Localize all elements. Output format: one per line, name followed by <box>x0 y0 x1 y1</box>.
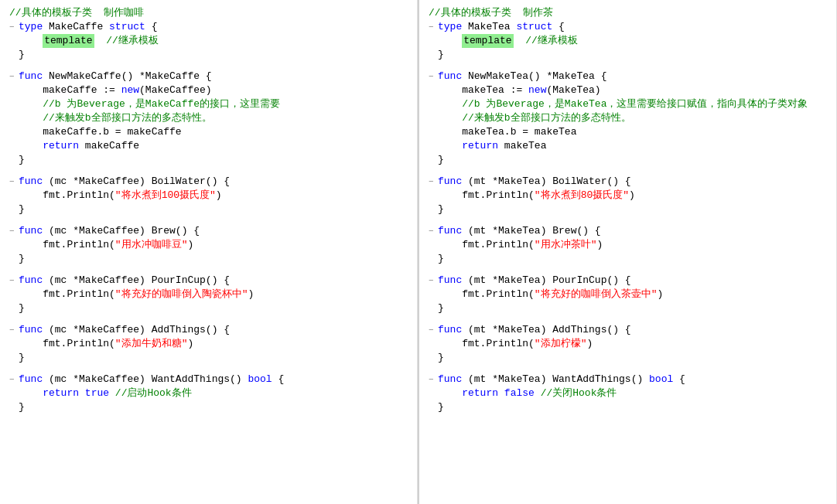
empty-fold <box>429 125 436 139</box>
empty-fold <box>9 288 17 301</box>
blank-line <box>429 62 827 70</box>
indent <box>19 34 43 48</box>
code-line: return makeTea <box>429 139 827 153</box>
code-line: −func (mc *MakeCaffee) PourInCup() { <box>9 274 408 288</box>
indent <box>19 83 43 97</box>
code-line: } <box>9 203 408 216</box>
code-line: −func (mt *MakeTea) PourInCup() { <box>429 274 827 288</box>
fold-icon[interactable]: − <box>9 70 17 83</box>
empty-fold <box>9 189 17 203</box>
code-line: template //继承模板 <box>9 34 408 48</box>
empty-fold <box>9 153 17 167</box>
empty-fold <box>9 48 17 62</box>
code-line: fmt.Println("将水煮到80摄氏度") <box>429 189 827 203</box>
indent <box>438 288 462 301</box>
empty-fold <box>429 83 436 97</box>
empty-fold <box>429 153 436 167</box>
blank-line <box>429 315 827 323</box>
empty-fold <box>429 301 436 315</box>
code-line: −func (mt *MakeTea) WantAddThings() bool… <box>429 373 827 387</box>
indent <box>19 139 43 153</box>
blank-line <box>9 167 408 175</box>
empty-fold <box>429 337 436 351</box>
indent <box>438 139 462 153</box>
code-line: −type MakeTea struct { <box>429 20 827 34</box>
code-line: −type MakeCaffe struct { <box>9 20 408 34</box>
empty-fold <box>429 48 436 62</box>
pane-title: //具体的模板子类 制作茶 <box>429 6 827 20</box>
blank-line <box>429 266 827 274</box>
code-line: return false //关闭Hook条件 <box>429 387 827 400</box>
fold-icon[interactable]: − <box>429 323 436 337</box>
blank-line <box>9 266 408 274</box>
empty-fold <box>9 111 17 125</box>
code-line: fmt.Println("添加柠檬") <box>429 337 827 351</box>
code-line: −func (mt *MakeTea) BoilWater() { <box>429 175 827 189</box>
code-line: −func (mc *MakeCaffee) WantAddThings() b… <box>9 373 408 387</box>
code-line: template //继承模板 <box>429 34 827 48</box>
code-line: fmt.Println("添加牛奶和糖") <box>9 337 408 351</box>
fold-icon[interactable]: − <box>429 70 436 83</box>
empty-fold <box>429 252 436 266</box>
indent <box>19 337 43 351</box>
code-line: } <box>9 400 408 414</box>
indent <box>438 387 462 400</box>
code-line: } <box>9 252 408 266</box>
code-line: } <box>9 351 408 365</box>
empty-fold <box>429 189 436 203</box>
indent <box>19 288 43 301</box>
code-line: //b 为Beverage，是MakeCaffe的接口，这里需要 <box>9 97 408 111</box>
fold-icon[interactable]: − <box>9 323 17 337</box>
code-line: //b 为Beverage，是MakeTea，这里需要给接口赋值，指向具体的子类… <box>429 97 827 111</box>
code-line: } <box>9 301 408 315</box>
fold-icon[interactable]: − <box>9 224 17 238</box>
empty-fold <box>9 125 17 139</box>
empty-fold <box>429 387 436 400</box>
blank-line <box>9 315 408 323</box>
empty-fold <box>9 351 17 365</box>
empty-fold <box>429 203 436 216</box>
fold-icon[interactable]: − <box>9 373 17 387</box>
left-code-pane: //具体的模板子类 制作咖啡−type MakeCaffe struct { t… <box>0 0 418 504</box>
empty-fold <box>429 238 436 252</box>
empty-fold <box>429 139 436 153</box>
code-line: fmt.Println("用水冲茶叶") <box>429 238 827 252</box>
fold-icon[interactable]: − <box>429 373 436 387</box>
fold-icon[interactable]: − <box>9 274 17 288</box>
empty-fold <box>429 351 436 365</box>
fold-icon[interactable]: − <box>9 175 17 189</box>
empty-fold <box>9 203 17 216</box>
indent <box>438 337 462 351</box>
empty-fold <box>9 139 17 153</box>
empty-fold <box>9 97 17 111</box>
empty-fold <box>429 288 436 301</box>
code-line: fmt.Println("将充好的咖啡倒入陶瓷杯中") <box>9 288 408 301</box>
code-line: return true //启动Hook条件 <box>9 387 408 400</box>
blank-line <box>429 216 827 224</box>
code-line: fmt.Println("将充好的咖啡倒入茶壶中") <box>429 288 827 301</box>
fold-icon[interactable]: − <box>429 175 436 189</box>
empty-fold <box>429 111 436 125</box>
code-line: makeTea.b = makeTea <box>429 125 827 139</box>
code-line: } <box>429 301 827 315</box>
indent <box>19 387 43 400</box>
empty-fold <box>9 301 17 315</box>
code-line: } <box>9 153 408 167</box>
fold-icon[interactable]: − <box>429 20 436 34</box>
fold-icon[interactable]: − <box>9 20 17 34</box>
code-line: fmt.Println("用水冲咖啡豆") <box>9 238 408 252</box>
empty-fold <box>9 252 17 266</box>
blank-line <box>429 365 827 373</box>
fold-icon[interactable]: − <box>429 224 436 238</box>
code-line: fmt.Println("将水煮到100摄氏度") <box>9 189 408 203</box>
empty-fold <box>9 337 17 351</box>
empty-fold <box>9 400 17 414</box>
code-line: makeCaffe.b = makeCaffe <box>9 125 408 139</box>
right-code-pane: //具体的模板子类 制作茶−type MakeTea struct { temp… <box>419 0 837 504</box>
fold-icon[interactable]: − <box>429 274 436 288</box>
code-line: −func NewMakeTea() *MakeTea { <box>429 70 827 83</box>
indent <box>438 189 462 203</box>
empty-fold <box>429 400 436 414</box>
empty-fold <box>429 97 436 111</box>
indent <box>438 125 462 139</box>
